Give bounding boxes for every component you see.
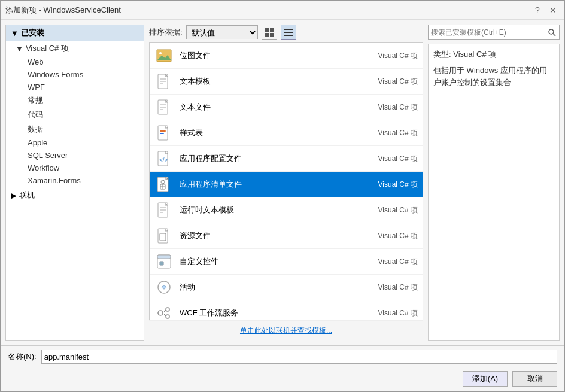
- item-name: 自定义控件: [180, 256, 372, 267]
- list-item[interactable]: 活动Visual C# 项: [150, 275, 423, 300]
- svg-rect-2: [265, 33, 269, 37]
- close-button[interactable]: ✕: [546, 4, 560, 17]
- item-type: Visual C# 项: [378, 282, 418, 293]
- web-label: Web: [28, 57, 44, 66]
- list-view-button[interactable]: [281, 25, 296, 40]
- svg-rect-21: [160, 130, 166, 132]
- code-label: 代码: [28, 110, 43, 119]
- item-name: 样式表: [180, 127, 372, 138]
- svg-rect-3: [270, 33, 274, 37]
- sidebar-item-web[interactable]: Web: [6, 56, 144, 68]
- item-name: 资源文件: [180, 230, 372, 241]
- data-label: 数据: [28, 124, 43, 133]
- svg-rect-0: [265, 28, 269, 32]
- left-panel: ▼ 已安装 ▼ Visual C# 项 Web Windows Forms WP…: [5, 25, 144, 341]
- help-button[interactable]: ?: [531, 4, 544, 17]
- svg-point-54: [549, 29, 554, 34]
- style-icon: [154, 123, 174, 142]
- name-input[interactable]: [41, 350, 557, 364]
- item-type: Visual C# 项: [378, 231, 418, 241]
- list-item[interactable]: </>应用程序配置文件Visual C# 项: [150, 146, 423, 172]
- image-icon: [154, 46, 174, 65]
- grid-icon: [265, 28, 274, 37]
- list-item[interactable]: 应用程序清单文件Visual C# 项: [150, 172, 423, 197]
- search-input[interactable]: [429, 28, 545, 37]
- wcf-icon: [154, 303, 174, 320]
- add-button[interactable]: 添加(A): [463, 371, 508, 387]
- network-section-header[interactable]: ▶ 联机: [6, 187, 144, 203]
- svg-rect-41: [157, 255, 171, 259]
- item-type: Visual C# 项: [378, 51, 418, 61]
- sort-label: 排序依据:: [149, 27, 183, 38]
- svg-line-48: [163, 313, 166, 316]
- info-description: 包括用于 Windows 应用程序的用户账户控制的设置集合: [433, 65, 554, 88]
- online-templates-link[interactable]: 单击此处以联机并查找模板...: [240, 326, 332, 335]
- item-name: 文本文件: [180, 102, 372, 113]
- buttons-row: 添加(A) 取消: [1, 367, 564, 391]
- svg-rect-4: [284, 29, 293, 30]
- svg-line-55: [554, 34, 556, 37]
- sidebar-item-data[interactable]: 数据: [6, 122, 144, 136]
- info-panel: 类型: Visual C# 项 包括用于 Windows 应用程序的用户账户控制…: [428, 44, 560, 341]
- doc-icon: [154, 72, 174, 91]
- list-item[interactable]: 位图文件Visual C# 项: [150, 43, 423, 69]
- list-item[interactable]: 运行时文本模板Visual C# 项: [150, 197, 423, 223]
- sidebar-item-xamarin-forms[interactable]: Xamarin.Forms: [6, 174, 144, 187]
- bottom-bar: 名称(N):: [1, 345, 564, 367]
- sort-select[interactable]: 默认值名称类型: [186, 25, 258, 39]
- svg-rect-6: [284, 35, 293, 36]
- resource-icon: [154, 226, 174, 245]
- network-expand-icon: ▶: [11, 191, 17, 200]
- svg-rect-42: [160, 262, 163, 265]
- item-type: Visual C# 项: [378, 77, 418, 87]
- installed-label: 已安装: [21, 28, 44, 38]
- apple-label: Apple: [28, 138, 47, 147]
- item-name: 应用程序配置文件: [180, 153, 372, 164]
- workflow-label: Workflow: [28, 163, 59, 172]
- sidebar-item-windows-forms[interactable]: Windows Forms: [6, 68, 144, 81]
- sidebar-item-normal[interactable]: 常规: [6, 93, 144, 108]
- name-label: 名称(N):: [8, 351, 37, 362]
- installed-section-header[interactable]: ▼ 已安装: [6, 25, 144, 41]
- svg-rect-1: [270, 28, 274, 32]
- link-row: 单击此处以联机并查找模板...: [149, 320, 423, 341]
- sidebar-item-code[interactable]: 代码: [6, 108, 144, 122]
- titlebar-controls: ? ✕: [531, 4, 560, 17]
- item-name: 活动: [180, 282, 372, 293]
- doc-icon: [154, 200, 174, 220]
- grid-view-button[interactable]: [262, 25, 277, 40]
- list-item[interactable]: 自定义控件Visual C# 项: [150, 249, 423, 275]
- search-button[interactable]: [545, 25, 559, 39]
- svg-rect-22: [160, 133, 164, 134]
- sql-server-label: SQL Server: [28, 151, 68, 160]
- item-type: Visual C# 项: [378, 102, 418, 113]
- info-type: 类型: Visual C# 项: [433, 49, 554, 60]
- svg-text:</>: </>: [159, 157, 168, 163]
- visual-csharp-header[interactable]: ▼ Visual C# 项: [6, 41, 144, 56]
- right-panel: 类型: Visual C# 项 包括用于 Windows 应用程序的用户账户控制…: [428, 25, 560, 341]
- normal-label: 常规: [28, 96, 43, 105]
- sidebar-item-apple[interactable]: Apple: [6, 136, 144, 149]
- list-item[interactable]: 资源文件Visual C# 项: [150, 223, 423, 249]
- svg-point-45: [166, 308, 169, 311]
- list-item[interactable]: WCF 工作流服务Visual C# 项: [150, 300, 423, 320]
- list-item[interactable]: 文本文件Visual C# 项: [150, 95, 423, 120]
- sidebar-item-sql-server[interactable]: SQL Server: [6, 149, 144, 162]
- item-type: Visual C# 项: [378, 257, 418, 267]
- sidebar-item-workflow[interactable]: Workflow: [6, 162, 144, 174]
- item-name: 运行时文本模板: [180, 205, 372, 215]
- visual-csharp-label: Visual C# 项: [26, 43, 69, 54]
- sidebar-item-wpf[interactable]: WPF: [6, 81, 144, 93]
- item-type: Visual C# 项: [378, 180, 418, 190]
- item-name: 应用程序清单文件: [180, 179, 372, 190]
- item-name: 位图文件: [180, 50, 372, 61]
- search-icon: [548, 28, 556, 37]
- item-type: Visual C# 项: [378, 205, 418, 215]
- cancel-button[interactable]: 取消: [512, 371, 557, 387]
- main-content: ▼ 已安装 ▼ Visual C# 项 Web Windows Forms WP…: [1, 20, 564, 345]
- list-item[interactable]: 文本模板Visual C# 项: [150, 69, 423, 95]
- list-item[interactable]: 样式表Visual C# 项: [150, 120, 423, 146]
- item-name: WCF 工作流服务: [180, 308, 372, 318]
- item-type: Visual C# 项: [378, 154, 418, 164]
- windows-forms-label: Windows Forms: [28, 70, 83, 79]
